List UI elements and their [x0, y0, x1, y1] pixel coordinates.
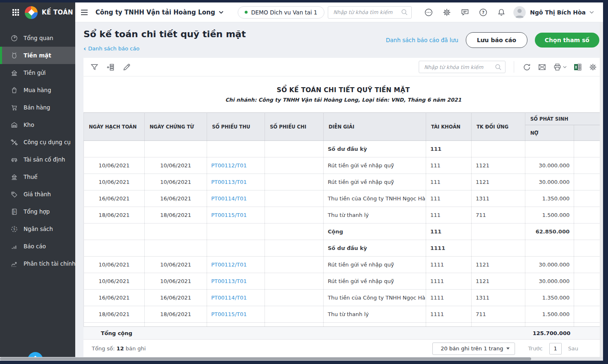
cell [574, 323, 603, 327]
receipt-link[interactable]: PT00113/T01 [211, 179, 247, 185]
receipt-link[interactable]: PT00113/T01 [211, 278, 247, 284]
page-size-select[interactable]: 20 bản ghi trên 1 trang [432, 343, 515, 355]
receipt-link[interactable]: PT00112/T01 [211, 262, 247, 268]
table-row-partial [84, 323, 603, 327]
vertical-scrollbar[interactable] [600, 22, 603, 357]
edit-icon[interactable] [122, 63, 131, 71]
column-header: TK ĐỐI ỨNG [472, 113, 525, 141]
sidebar: Tổng quanTiền mặtTiền gửiMua hàngBán hàn… [0, 22, 75, 361]
cell: 1311 [472, 190, 525, 207]
saved-reports-link[interactable]: Danh sách báo cáo đã lưu [386, 37, 458, 43]
cell: 711 [472, 306, 525, 323]
print-control[interactable] [553, 63, 567, 71]
cell: PT00114/T01 [207, 290, 265, 306]
environment-badge[interactable]: DEMO Dich vu Van tai 1 [238, 6, 324, 19]
scrollbar-thumb[interactable] [0, 357, 531, 360]
choose-params-button[interactable]: Chọn tham số [535, 33, 599, 48]
save-report-button[interactable]: Lưu báo cáo [466, 32, 527, 48]
chevron-down-icon [506, 347, 510, 350]
receipt-link[interactable]: PT00112/T01 [211, 162, 247, 169]
more-icon[interactable] [424, 8, 433, 17]
prev-page-button[interactable]: Trước [528, 345, 543, 352]
sidebar-item[interactable]: $Ngân sách [0, 220, 75, 238]
sidebar-item[interactable]: Mua hàng [0, 81, 75, 99]
sidebar-item[interactable]: Tiền gửi [0, 64, 75, 81]
cell: 1121 [472, 273, 525, 290]
next-page-button[interactable]: Sau [568, 345, 578, 352]
cell: 10/06/2021 [84, 273, 145, 290]
cell [265, 157, 324, 174]
budget-icon: $ [10, 225, 18, 233]
help-icon[interactable]: ? [479, 8, 488, 17]
cell [265, 207, 324, 224]
cell: 111 [426, 190, 472, 207]
sidebar-item[interactable]: Tổng quan [0, 29, 75, 47]
cell [84, 141, 145, 157]
cell: 1.500.000 [525, 207, 574, 224]
sidebar-item[interactable]: Tài sản cố định [0, 151, 75, 168]
chat-icon[interactable] [460, 8, 470, 17]
sidebar-item[interactable]: Bán hàng [0, 99, 75, 116]
grid-settings-icon[interactable] [589, 63, 597, 71]
sidebar-item-label: Thuế [24, 174, 38, 180]
sidebar-item[interactable]: Phân tích tài chính [0, 255, 75, 272]
chevron-down-icon [219, 11, 224, 14]
bell-icon[interactable] [497, 8, 506, 17]
cell [145, 240, 207, 257]
sidebar-item-label: Tổng hợp [24, 208, 50, 215]
company-selector[interactable]: Công ty TNHH Vận tải Hoàng Long [95, 9, 224, 16]
add-row-icon[interactable] [106, 63, 115, 71]
column-group-header: SỐ PHÁT SINH [525, 113, 603, 125]
table-row: 16/06/202116/06/2021PT00114/T01Thu tiền … [84, 190, 603, 207]
cell: PT00113/T01 [207, 174, 265, 190]
chevron-down-icon [563, 66, 567, 69]
sidebar-item-label: Tổng quan [24, 35, 53, 41]
receipt-link[interactable]: PT00114/T01 [211, 195, 247, 202]
sidebar-item[interactable]: Giá thành [0, 186, 75, 203]
tools-icon [10, 138, 18, 146]
sidebar-item-label: Tiền gửi [24, 69, 46, 76]
gear-icon[interactable] [442, 8, 451, 17]
grid-search-input[interactable] [423, 64, 495, 71]
global-search-input[interactable] [332, 9, 401, 16]
cell: 10/06/2021 [145, 273, 207, 290]
menu-icon[interactable] [80, 8, 89, 17]
cell: 18/06/2021 [84, 306, 145, 323]
receipt-link[interactable]: PT00115/T01 [211, 212, 247, 218]
excel-export-icon[interactable] [573, 63, 582, 71]
refresh-icon[interactable] [522, 63, 531, 71]
sidebar-item[interactable]: Tiền mặt [0, 47, 75, 64]
grid-search [419, 61, 505, 73]
topbar-icons: ? [424, 8, 506, 17]
user-menu[interactable]: Ngô Thị Bích Hòa [530, 9, 594, 16]
email-icon[interactable] [538, 63, 546, 71]
car-icon [10, 156, 18, 164]
sidebar-item[interactable]: $Tổng hợp [0, 203, 75, 220]
avatar[interactable] [513, 6, 526, 19]
sidebar-item[interactable]: Báo cáo [0, 238, 75, 255]
filter-icon[interactable] [90, 63, 99, 71]
sidebar-item[interactable]: Thuế [0, 168, 75, 186]
cell: 18/06/2021 [145, 207, 207, 224]
pie-chart-icon [10, 34, 18, 42]
back-link[interactable]: ‹ Danh sách báo cáo [83, 45, 139, 52]
cell: 62.850.000 [525, 224, 574, 240]
column-header: NỢ [525, 125, 574, 141]
current-page-input[interactable]: 1 [549, 343, 562, 354]
receipt-link[interactable]: PT00115/T01 [211, 311, 247, 317]
cell: Số dư đầu kỳ [324, 141, 426, 157]
svg-text:$: $ [14, 209, 16, 213]
table-row: 18/06/202118/06/2021PT00115/T01Thu từ th… [84, 306, 603, 323]
sidebar-item[interactable]: Kho [0, 116, 75, 133]
cell [207, 323, 265, 327]
receipt-link[interactable]: PT00114/T01 [211, 295, 247, 301]
cell: 18/06/2021 [145, 306, 207, 323]
cell [472, 323, 525, 327]
horizontal-scrollbar[interactable] [0, 357, 603, 361]
sidebar-item-label: Kho [24, 121, 34, 128]
apps-grid-icon[interactable] [12, 9, 19, 16]
sidebar-item[interactable]: Công cụ dụng cụ [0, 133, 75, 151]
cell: 1111 [426, 240, 472, 257]
cell [265, 323, 324, 327]
cell: 10/06/2021 [145, 174, 207, 190]
